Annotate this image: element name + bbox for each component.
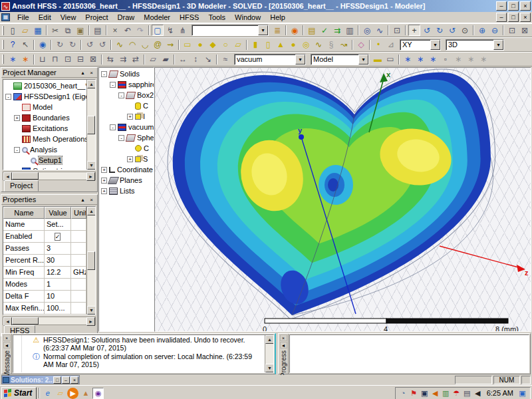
search-button[interactable]: ◎ [361,25,373,36]
scroll-up-icon[interactable]: ▲ [87,80,96,88]
tree-item-createbox[interactable]: C [99,100,154,111]
dropdown-arrow-icon[interactable]: ▾ [258,25,268,35]
menu-draw[interactable]: Draw [113,12,140,23]
scroll-down-icon[interactable]: ▼ [87,161,96,170]
menu-hfss[interactable]: HFSS [175,12,203,23]
ie-quicklaunch-icon[interactable]: e [42,388,53,399]
cs-mode-button[interactable]: ∗ [477,54,489,65]
panel-dock-icon[interactable]: ◄ [280,342,287,348]
cs-edge-button[interactable]: ∗ [427,54,439,65]
expand-icon[interactable]: + [127,156,133,162]
message-vscrollbar[interactable]: ▲ ▼ [265,335,273,372]
properties-header[interactable]: Properties ▴ × [1,195,97,205]
cs-delete-button[interactable]: ∗ [465,54,477,65]
scroll-down-icon[interactable]: ▼ [87,306,96,315]
property-row[interactable]: Percent R...30 [3,255,86,267]
restore-button[interactable]: □ [508,1,519,11]
property-row[interactable]: Modes1 [3,279,86,291]
tree-item-sapphire[interactable]: -sapphire [99,79,154,90]
mirror-move-button[interactable]: ↘ [202,54,214,65]
menu-edit[interactable]: Edit [34,12,56,23]
mdi-minimize-button[interactable]: – [496,13,507,22]
material-combobox[interactable]: vacuum ▾ [234,54,306,65]
collapse-icon[interactable]: - [118,135,124,141]
property-value[interactable]: 3 [45,243,71,255]
draw-arc-button[interactable]: ◠ [126,39,138,51]
property-row[interactable]: Enabled✓ [3,231,86,243]
desktop-button[interactable]: ▢ [152,25,164,36]
scroll-thumb[interactable] [87,251,95,270]
tray-volume-icon[interactable]: ◀ [473,388,483,398]
move-button[interactable]: ↔ [177,54,189,65]
collapse-icon[interactable]: - [101,71,107,77]
property-row[interactable]: Delta F10 [3,291,86,303]
collapse-icon[interactable]: - [110,82,116,88]
mdi-restore-button[interactable]: □ [508,13,519,22]
rotate-center-button[interactable]: ↺ [421,25,433,36]
view-orient-left-button[interactable]: ↺ [84,39,96,51]
duplicate-line-button[interactable]: ⇆ [104,54,116,65]
cs-view-button[interactable]: ▫ [440,54,452,65]
collapse-icon[interactable]: - [5,94,11,100]
property-value[interactable]: ✓ [45,231,71,243]
tray-security-alert-icon[interactable]: ⚑ [409,388,419,398]
draw-polyhedron-button[interactable]: ◇ [355,39,367,51]
property-value[interactable]: 100... [45,303,71,315]
draw-circle-button[interactable]: ● [194,39,206,51]
view-orient-bottom-button[interactable]: ↻ [66,39,78,51]
hfss-quicklaunch-icon[interactable]: ▲ [80,388,91,399]
new-button[interactable]: ▯ [7,25,19,36]
draw-ellipse-button[interactable]: ○ [219,39,231,51]
draw-line-button[interactable]: ∿ [114,39,126,51]
property-value[interactable]: 1 [45,279,71,291]
visibility-button[interactable]: ◉ [37,39,49,51]
expand-icon[interactable]: + [14,115,20,121]
draw-point-count-button[interactable]: ⇝ [164,39,176,51]
server-combobox[interactable]: ▾ [192,25,269,36]
tree-item-subtract-op[interactable]: +S [99,154,154,164]
dropdown-arrow-icon[interactable]: ▾ [430,40,440,50]
menu-view[interactable]: View [56,12,81,23]
distributed-analysis-button[interactable]: ⋔ [177,25,189,36]
object-type-combobox[interactable]: Model ▾ [311,54,369,65]
scroll-thumb[interactable] [12,317,39,325]
tray-printer-error-icon[interactable]: ▤ [462,388,472,398]
tree-item-analysis[interactable]: -Analysis [3,144,86,155]
draw-rect-button[interactable]: ▭ [182,39,194,51]
scroll-thumb[interactable] [12,172,39,180]
movement-mode-combobox[interactable]: 3D ▾ [446,39,504,51]
save-button[interactable]: ▦ [32,25,44,36]
validation-check-button[interactable]: ✓ [319,25,331,36]
tree-item-setup1[interactable]: Setup1 [3,155,86,166]
property-value[interactable]: 12.2 [45,267,71,279]
split-button[interactable]: ⊟ [74,54,86,65]
menu-tools[interactable]: Tools [203,12,230,23]
solid-display-button[interactable]: ▬ [372,54,384,65]
property-row[interactable]: Max Refin...100... [3,303,86,315]
dropdown-arrow-icon[interactable]: ▾ [493,40,503,50]
mdi-close-button[interactable]: × [520,13,531,22]
mini-restore-button[interactable]: □ [53,376,61,384]
draw-arc3-button[interactable]: ◡ [139,39,151,51]
show-desktop-icon[interactable]: ▣ [517,388,527,398]
assign-material-button[interactable]: ∗ [7,54,19,65]
panel-close-icon[interactable]: × [280,334,287,341]
cut-button[interactable]: ✂ [49,25,61,36]
tree-item-mesh-operations[interactable]: Mesh Operations [3,134,86,144]
mediaplayer-quicklaunch-icon[interactable]: ▶ [67,388,78,399]
mini-maximize-button[interactable]: – [62,376,70,384]
panel-collapse-icon[interactable]: ▴ [78,196,87,203]
cs-create-button[interactable]: ∗ [402,54,414,65]
menu-modeler[interactable]: Modeler [139,12,175,23]
drawing-plane-combobox[interactable]: XY ▾ [400,39,441,51]
paste-button[interactable]: ▣ [74,25,86,36]
menu-window[interactable]: Window [230,12,265,23]
duplicate-mirror-button[interactable]: ⇄ [130,54,142,65]
panel-close-icon[interactable]: × [87,196,96,203]
collapse-icon[interactable]: - [118,92,124,98]
scroll-thumb[interactable] [87,116,95,134]
properties-hscrollbar[interactable]: ◄ ► [3,317,96,325]
checkbox-checked-icon[interactable]: ✓ [55,233,61,241]
print-button[interactable]: ▤ [92,25,104,36]
property-row[interactable]: Min Freq12.2GHz [3,267,86,279]
